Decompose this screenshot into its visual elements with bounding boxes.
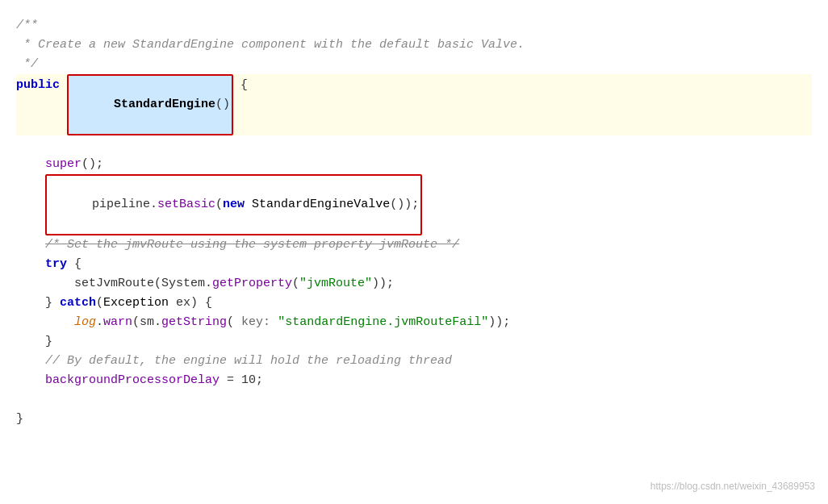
code-line-14: // By default, the engine will hold the …	[16, 352, 812, 371]
indent	[16, 294, 45, 313]
code-line-6: super();	[16, 155, 812, 174]
dot1: .	[96, 313, 103, 332]
getstring-open: (	[227, 313, 241, 332]
warn-call: warn	[103, 313, 132, 332]
getprop-paren-close: ));	[372, 274, 394, 294]
indent	[16, 176, 45, 195]
keyword-public: public	[16, 76, 60, 95]
setbasic-args: (	[215, 198, 223, 211]
indent	[16, 313, 74, 332]
setbasic-call: setBasic	[157, 198, 215, 211]
outer-close-brace: }	[16, 410, 23, 429]
key-string: "standardEngine.jvmRouteFail"	[278, 313, 488, 332]
brace-open: {	[233, 76, 248, 95]
comment-text: * Create a new StandardEngine component …	[16, 35, 525, 55]
indent	[16, 274, 74, 294]
space	[60, 76, 67, 95]
code-line-8: /* Set the jmvRoute using the system pro…	[16, 235, 812, 255]
code-container: /** * Create a new StandardEngine compon…	[0, 0, 828, 504]
catch-var: ex) {	[169, 294, 212, 313]
log-ref: log	[74, 313, 96, 332]
code-line-5	[16, 135, 812, 155]
indent	[16, 332, 45, 352]
indent	[16, 235, 45, 255]
code-line-12: log.warn(sm.getString( key: "standardEng…	[16, 313, 812, 332]
jvmroute-string: "jvmRoute"	[299, 274, 372, 294]
code-line-11: } catch(Exception ex) {	[16, 294, 812, 313]
valve-parens: ());	[390, 198, 419, 211]
code-line-10: setJvmRoute(System.getProperty("jvmRoute…	[16, 274, 812, 294]
strikethrough-comment: /* Set the jmvRoute using the system pro…	[45, 235, 459, 255]
try-brace: {	[67, 255, 82, 274]
catch-close-brace: }	[45, 332, 52, 352]
watermark: https://blog.csdn.net/weixin_43689953	[650, 479, 815, 494]
indent	[16, 352, 45, 371]
close-brace: }	[45, 294, 52, 313]
getproperty-call: getProperty	[212, 274, 292, 294]
try-keyword: try	[45, 255, 67, 274]
getstring-close: ));	[488, 313, 510, 332]
inline-comment: // By default, the engine will hold the …	[45, 352, 452, 371]
code-line-16	[16, 390, 812, 410]
catch-open: (	[96, 294, 103, 313]
assign-val: = 10;	[220, 371, 263, 390]
valve-class: StandardEngineValve	[252, 198, 390, 211]
getprop-paren-open: (	[292, 274, 299, 294]
code-line-3: */	[16, 55, 812, 74]
bgdelay-var: backgroundProcessorDelay	[45, 371, 220, 390]
exception-class: Exception	[103, 294, 169, 313]
comment-text: /**	[16, 16, 38, 35]
comment-text: */	[16, 55, 38, 74]
super-parens: ();	[82, 155, 103, 174]
indent	[16, 255, 45, 274]
super-call: super	[45, 155, 82, 174]
setjvmroute-call: setJvmRoute(System.	[74, 274, 212, 294]
getstring-call: getString	[161, 313, 227, 332]
indent	[16, 371, 45, 390]
code-line-13: }	[16, 332, 812, 352]
key-label: key:	[241, 313, 270, 332]
catch-keyword: catch	[60, 294, 96, 313]
pipeline-ref: pipeline.	[92, 198, 157, 211]
space3	[52, 294, 60, 313]
code-line-15: backgroundProcessorDelay = 10;	[16, 371, 812, 390]
warn-open: (sm.	[132, 313, 161, 332]
space4	[270, 313, 278, 332]
parens: ()	[215, 98, 230, 111]
code-line-7: pipeline.setBasic(new StandardEngineValv…	[16, 174, 812, 235]
code-line-4: public StandardEngine() {	[16, 74, 812, 135]
constructor-name: StandardEngine	[114, 98, 215, 111]
indent	[16, 155, 45, 174]
new-keyword: new	[223, 198, 245, 211]
pipeline-line-box: pipeline.setBasic(new StandardEngineValv…	[45, 174, 422, 235]
constructor-name-box: StandardEngine()	[67, 74, 233, 135]
space2	[245, 198, 252, 211]
code-line-9: try {	[16, 255, 812, 274]
code-line-2: * Create a new StandardEngine component …	[16, 35, 812, 55]
code-line-1: /**	[16, 16, 812, 35]
code-line-17: }	[16, 410, 812, 429]
